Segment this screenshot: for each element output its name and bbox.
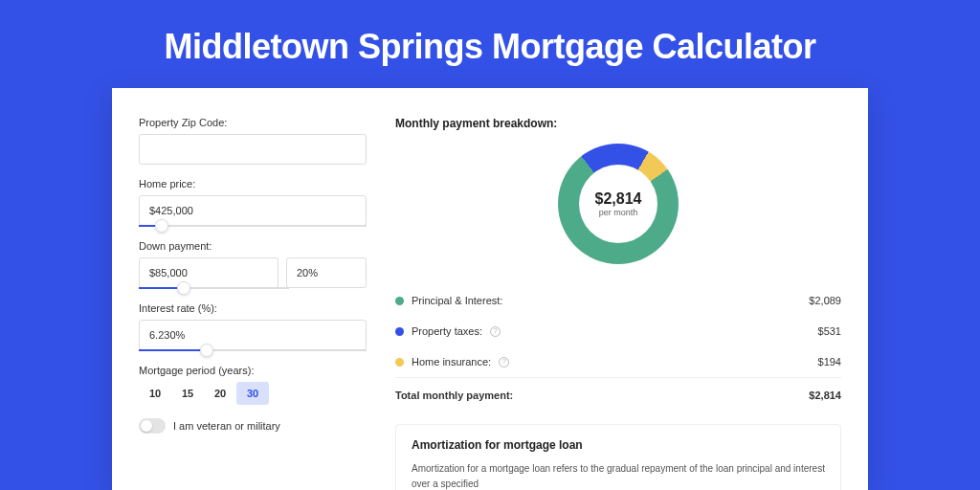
down-payment-pct-input[interactable] xyxy=(286,257,367,288)
period-label: Mortgage period (years): xyxy=(139,365,367,376)
amortization-text: Amortization for a mortgage loan refers … xyxy=(412,461,825,490)
period-btn-30[interactable]: 30 xyxy=(236,382,269,405)
period-btn-10[interactable]: 10 xyxy=(139,382,171,405)
info-icon[interactable]: ? xyxy=(499,357,509,368)
home-price-slider[interactable] xyxy=(139,225,367,227)
interest-field: Interest rate (%): xyxy=(139,302,367,351)
toggle-knob xyxy=(141,420,152,432)
amortization-title: Amortization for mortgage loan xyxy=(412,438,825,452)
down-payment-field: Down payment: xyxy=(139,240,367,289)
slider-thumb[interactable] xyxy=(200,344,213,357)
home-price-field: Home price: xyxy=(139,178,367,227)
veteran-row: I am veteran or military xyxy=(139,418,367,434)
calculator-card: Property Zip Code: Home price: Down paym… xyxy=(112,88,868,490)
slider-thumb[interactable] xyxy=(155,219,168,233)
period-btn-15[interactable]: 15 xyxy=(171,382,204,405)
donut-sub: per month xyxy=(599,208,638,217)
interest-slider[interactable] xyxy=(139,349,367,351)
legend-dot xyxy=(395,297,404,305)
info-icon[interactable]: ? xyxy=(490,326,501,337)
page-title: Middletown Springs Mortgage Calculator xyxy=(0,0,980,88)
home-price-input[interactable] xyxy=(139,195,367,226)
down-payment-label: Down payment: xyxy=(139,240,367,252)
legend-dot xyxy=(395,358,404,367)
legend-label: Principal & Interest: xyxy=(412,295,502,306)
page-root: Middletown Springs Mortgage Calculator P… xyxy=(0,0,980,490)
legend-value: $194 xyxy=(818,356,841,368)
legend-value: $531 xyxy=(818,325,841,337)
down-payment-input[interactable] xyxy=(139,257,278,288)
form-column: Property Zip Code: Home price: Down paym… xyxy=(139,117,367,490)
period-group: 10 15 20 30 xyxy=(139,382,367,405)
donut-amount: $2,814 xyxy=(595,190,642,208)
legend-row-taxes: Property taxes: ? $531 xyxy=(395,316,841,346)
legend-value: $2,089 xyxy=(809,295,841,306)
legend-row-insurance: Home insurance: ? $194 xyxy=(395,346,841,377)
home-price-label: Home price: xyxy=(139,178,367,189)
period-field: Mortgage period (years): 10 15 20 30 xyxy=(139,365,367,405)
zip-input[interactable] xyxy=(139,134,367,165)
period-btn-20[interactable]: 20 xyxy=(204,382,236,405)
slider-thumb[interactable] xyxy=(177,281,190,295)
donut-chart: $2,814 per month xyxy=(558,144,679,264)
veteran-label: I am veteran or military xyxy=(173,420,280,432)
down-payment-slider[interactable] xyxy=(139,287,289,289)
amortization-card: Amortization for mortgage loan Amortizat… xyxy=(395,424,841,490)
zip-label: Property Zip Code: xyxy=(139,117,367,128)
donut-center: $2,814 per month xyxy=(579,165,657,243)
interest-input[interactable] xyxy=(139,320,367,350)
total-value: $2,814 xyxy=(809,390,841,401)
zip-field: Property Zip Code: xyxy=(139,117,367,165)
legend-row-total: Total monthly payment: $2,814 xyxy=(395,377,841,411)
legend: Principal & Interest: $2,089 Property ta… xyxy=(395,285,841,411)
breakdown-title: Monthly payment breakdown: xyxy=(395,117,841,130)
donut-wrap: $2,814 per month xyxy=(395,144,841,264)
total-label: Total monthly payment: xyxy=(395,390,513,401)
slider-fill xyxy=(139,349,207,351)
legend-label: Property taxes: xyxy=(412,325,482,337)
veteran-toggle[interactable] xyxy=(139,418,166,434)
interest-label: Interest rate (%): xyxy=(139,302,367,314)
breakdown-column: Monthly payment breakdown: $2,814 per mo… xyxy=(395,117,841,490)
legend-label: Home insurance: xyxy=(412,356,491,368)
legend-row-principal: Principal & Interest: $2,089 xyxy=(395,285,841,316)
legend-dot xyxy=(395,327,404,336)
